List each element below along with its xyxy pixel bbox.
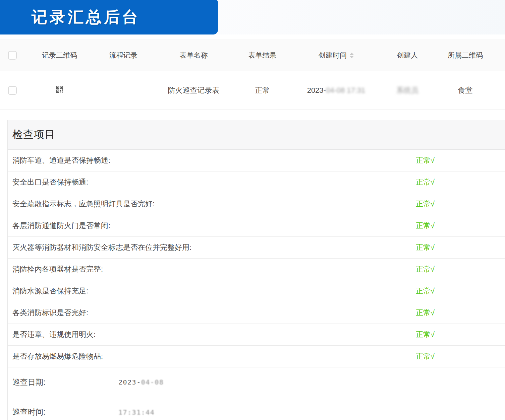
column-header-form-result: 表单结果 — [235, 51, 290, 60]
inspect-date-blurred: 04-08 — [141, 378, 164, 386]
page-title: 记录汇总后台 — [32, 7, 140, 28]
check-item-label: 各层消防通道防火门是否常闭: — [12, 221, 110, 231]
column-header-owner-qr: 所属二维码 — [433, 51, 498, 60]
check-item-row: 消防水源是否保持充足: 正常√ — [8, 280, 505, 302]
caret-down-icon[interactable] — [350, 56, 354, 58]
inspect-date-visible: 2023- — [118, 378, 141, 386]
qrcode-icon[interactable] — [56, 85, 63, 93]
table-row: 防火巡查记录表 正常 2023-04-08 17:31 系统员 食堂 — [0, 71, 505, 110]
row-checkbox[interactable] — [8, 86, 17, 95]
created-time-label: 创建时间 — [319, 51, 347, 59]
check-item-row: 安全疏散指示标志，应急照明灯具是否完好: 正常√ — [8, 193, 505, 215]
check-item-label: 消防车道、通道是否保持畅通: — [12, 155, 110, 165]
check-item-label: 各类消防标识是否完好: — [12, 308, 88, 318]
check-item-row: 各层消防通道防火门是否常闭: 正常√ — [8, 215, 505, 237]
panel-header: 检查项目 — [8, 120, 505, 150]
check-item-value: 正常√ — [416, 330, 435, 340]
created-time-visible: 2023- — [307, 86, 326, 94]
check-item-row: 是否违章、违规使用明火: 正常√ — [8, 324, 505, 346]
inspection-detail-panel: 检查项目 消防车道、通道是否保持畅通: 正常√ 安全出口是否保持畅通: 正常√ … — [7, 120, 505, 420]
created-time-cell: 2023-04-08 17:31 — [290, 86, 382, 95]
check-item-row: 安全出口是否保持畅通: 正常√ — [8, 171, 505, 193]
check-item-label: 安全出口是否保持畅通: — [12, 177, 88, 187]
column-header-process-record: 流程记录 — [94, 51, 153, 60]
check-item-row: 各类消防标识是否完好: 正常√ — [8, 302, 505, 324]
check-item-label: 是否存放易燃易爆危险物品: — [12, 351, 103, 361]
check-item-label: 消防栓内各项器材是否完整: — [12, 264, 103, 274]
column-header-created-time[interactable]: 创建时间 — [290, 51, 382, 60]
inspect-date-label: 巡查日期: — [12, 377, 45, 388]
check-item-row: 消防车道、通道是否保持畅通: 正常√ — [8, 150, 505, 171]
check-item-row: 是否存放易燃易爆危险物品: 正常√ — [8, 346, 505, 367]
header-checkbox-cell — [0, 51, 25, 59]
form-result-badge: 正常 — [235, 85, 290, 95]
owner-qr-cell: 食堂 — [433, 85, 498, 95]
inspect-time-row: 巡查时间: 17:31:44 — [8, 397, 505, 420]
check-item-value: 正常√ — [416, 155, 435, 165]
column-header-form-name: 表单名称 — [153, 51, 235, 60]
check-item-value: 正常√ — [416, 264, 435, 274]
check-item-value: 正常√ — [416, 351, 435, 361]
row-checkbox-cell — [0, 86, 25, 95]
check-item-value: 正常√ — [416, 286, 435, 296]
check-item-label: 是否违章、违规使用明火: — [12, 330, 96, 340]
banner: 记录汇总后台 — [0, 0, 218, 34]
inspect-date-row: 巡查日期: 2023-04-08 — [8, 367, 505, 397]
check-item-row: 消防栓内各项器材是否完整: 正常√ — [8, 259, 505, 280]
check-item-value: 正常√ — [416, 199, 435, 209]
check-item-label: 安全疏散指示标志，应急照明灯具是否完好: — [12, 199, 155, 209]
record-qr-cell — [25, 85, 94, 95]
inspect-date-value: 2023-04-08 — [118, 378, 164, 386]
creator-name-blurred: 系统员 — [396, 86, 418, 94]
page-header: 记录汇总后台 — [0, 0, 505, 34]
check-item-value: 正常√ — [416, 242, 435, 253]
sort-carets-icon[interactable] — [350, 53, 354, 58]
check-item-value: 正常√ — [416, 221, 435, 231]
check-items-list: 消防车道、通道是否保持畅通: 正常√ 安全出口是否保持畅通: 正常√ 安全疏散指… — [8, 150, 505, 367]
inspect-time-value: 17:31:44 — [118, 408, 155, 416]
creator-cell: 系统员 — [382, 85, 433, 95]
column-header-creator: 创建人 — [382, 51, 433, 60]
form-name-cell: 防火巡查记录表 — [153, 85, 235, 95]
check-item-label: 消防水源是否保持充足: — [12, 286, 88, 296]
select-all-checkbox[interactable] — [8, 51, 17, 60]
check-item-label: 灭火器等消防器材和消防安全标志是否在位并完整好用: — [12, 242, 191, 253]
check-item-row: 灭火器等消防器材和消防安全标志是否在位并完整好用: 正常√ — [8, 237, 505, 259]
check-item-value: 正常√ — [416, 177, 435, 187]
caret-up-icon[interactable] — [350, 53, 354, 55]
inspect-time-blurred: 17:31:44 — [118, 408, 155, 416]
table-header-row: 记录二维码 流程记录 表单名称 表单结果 创建时间 创建人 所属二维码 — [0, 39, 505, 71]
panel-title: 检查项目 — [12, 128, 55, 142]
spacer — [0, 34, 505, 39]
check-item-value: 正常√ — [416, 308, 435, 318]
column-header-record-qr: 记录二维码 — [25, 51, 94, 60]
inspect-time-label: 巡查时间: — [12, 407, 45, 417]
created-time-blurred: 04-08 17:31 — [326, 86, 365, 94]
